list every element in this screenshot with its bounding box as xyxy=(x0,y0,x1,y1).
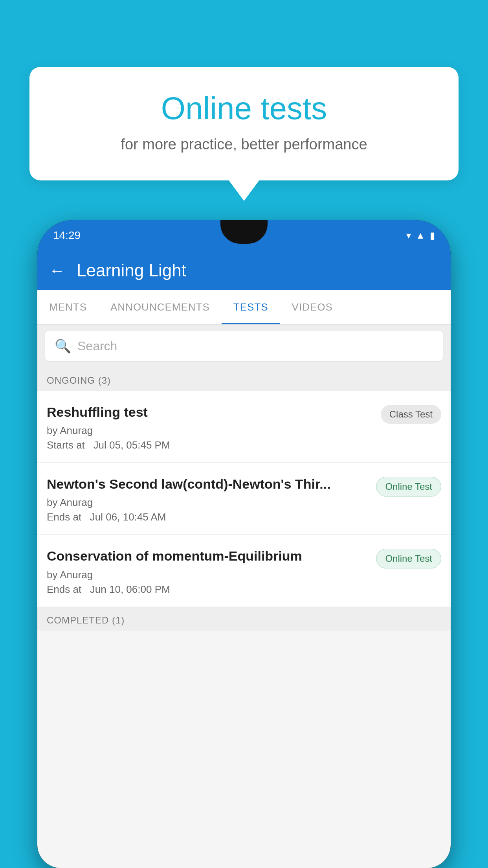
tabs-container: MENTS ANNOUNCEMENTS TESTS VIDEOS xyxy=(37,290,451,325)
phone-screen-content: 🔍 Search ONGOING (3) Reshuffling test by… xyxy=(37,325,451,868)
test-name: Reshuffling test xyxy=(47,403,373,421)
test-item[interactable]: Newton's Second law(contd)-Newton's Thir… xyxy=(37,463,451,535)
test-info: Reshuffling test by Anurag Starts at Jul… xyxy=(47,403,373,451)
promo-subtitle: for more practice, better performance xyxy=(61,136,427,153)
status-icons: ▾ ▲ ▮ xyxy=(406,230,435,241)
test-badge-online: Online Test xyxy=(376,477,441,497)
completed-section-header: COMPLETED (1) xyxy=(37,607,451,631)
phone-frame: 14:29 ▾ ▲ ▮ ← Learning Light MENTS ANNOU… xyxy=(37,220,451,868)
completed-label: COMPLETED (1) xyxy=(47,615,125,625)
tab-tests[interactable]: TESTS xyxy=(222,290,280,324)
test-time: Ends at Jun 10, 06:00 PM xyxy=(47,583,368,596)
test-time: Starts at Jul 05, 05:45 PM xyxy=(47,439,373,451)
tab-announcements[interactable]: ANNOUNCEMENTS xyxy=(99,290,222,324)
phone-screen-inner: 14:29 ▾ ▲ ▮ ← Learning Light MENTS ANNOU… xyxy=(37,220,451,868)
test-badge-class: Class Test xyxy=(381,405,441,424)
test-info: Newton's Second law(contd)-Newton's Thir… xyxy=(47,475,368,523)
back-button[interactable]: ← xyxy=(49,262,65,280)
app-bar-title: Learning Light xyxy=(77,261,186,280)
test-item[interactable]: Reshuffling test by Anurag Starts at Jul… xyxy=(37,391,451,463)
ongoing-label: ONGOING (3) xyxy=(47,375,111,386)
phone-notch xyxy=(220,220,268,244)
test-author: by Anurag xyxy=(47,569,368,581)
test-info: Conservation of momentum-Equilibrium by … xyxy=(47,547,368,595)
promo-card: Online tests for more practice, better p… xyxy=(29,67,459,180)
test-item[interactable]: Conservation of momentum-Equilibrium by … xyxy=(37,535,451,607)
search-bar[interactable]: 🔍 Search xyxy=(45,331,443,361)
battery-icon: ▮ xyxy=(430,230,435,241)
test-badge-online: Online Test xyxy=(376,549,441,568)
search-icon: 🔍 xyxy=(55,338,71,354)
promo-title: Online tests xyxy=(61,90,427,127)
test-name: Conservation of momentum-Equilibrium xyxy=(47,547,368,565)
status-bar: 14:29 ▾ ▲ ▮ xyxy=(37,220,451,251)
status-time: 14:29 xyxy=(53,229,81,242)
app-bar: ← Learning Light xyxy=(37,251,451,290)
test-name: Newton's Second law(contd)-Newton's Thir… xyxy=(47,475,368,493)
tab-videos[interactable]: VIDEOS xyxy=(280,290,345,324)
search-bar-container: 🔍 Search xyxy=(37,325,451,367)
ongoing-section-header: ONGOING (3) xyxy=(37,367,451,391)
wifi-icon: ▾ xyxy=(406,230,411,241)
tests-list: Reshuffling test by Anurag Starts at Jul… xyxy=(37,391,451,607)
signal-icon: ▲ xyxy=(416,230,425,241)
test-time: Ends at Jul 06, 10:45 AM xyxy=(47,511,368,523)
tab-ments[interactable]: MENTS xyxy=(37,290,99,324)
search-input[interactable]: Search xyxy=(77,339,117,353)
test-author: by Anurag xyxy=(47,497,368,509)
test-author: by Anurag xyxy=(47,425,373,437)
